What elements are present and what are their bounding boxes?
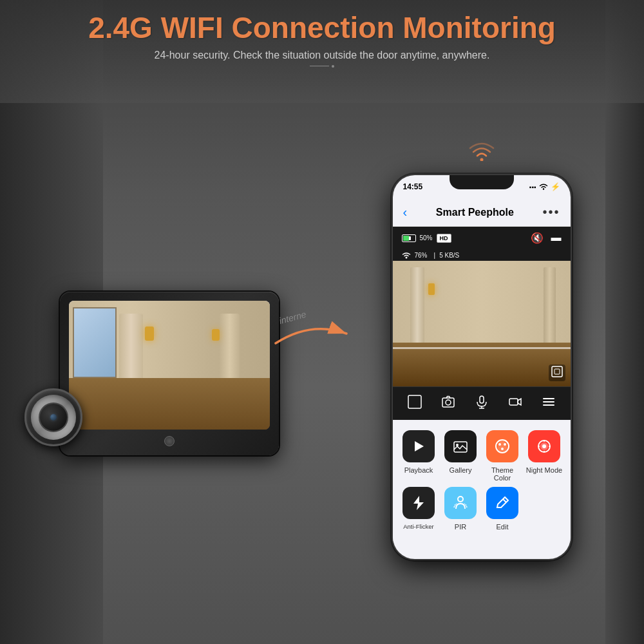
mic-btn[interactable]	[475, 395, 489, 412]
svg-rect-4	[552, 366, 562, 377]
toolbar-right: 🔇 ▬	[531, 232, 562, 244]
wifi-percent: 76%	[415, 252, 428, 259]
playback-label: Playback	[404, 466, 433, 474]
header-section: 2.4G WIFI Connection Monitoring 24-hour …	[0, 0, 644, 103]
app-title: Smart Peephole	[436, 207, 514, 218]
camera-feed-scene	[393, 261, 571, 386]
camera-lens-inner	[39, 402, 68, 432]
header-separator	[0, 65, 644, 68]
sub-title: 24-hour security. Check the situation ou…	[0, 50, 644, 61]
svg-point-1	[480, 158, 483, 162]
svg-marker-17	[415, 441, 424, 451]
device-bottom	[69, 436, 270, 446]
screen-icon[interactable]: ▬	[551, 232, 562, 244]
porch-lamp-right	[212, 329, 220, 341]
svg-point-8	[446, 400, 451, 405]
func-night-mode[interactable]: Night Mode	[526, 430, 563, 482]
feed-lamp	[428, 283, 435, 295]
back-button[interactable]: ‹	[403, 205, 408, 220]
device-body	[60, 292, 279, 455]
main-title: 2.4G WIFI Connection Monitoring	[0, 12, 644, 44]
data-speed-value: 5 KB/S	[439, 252, 459, 259]
svg-marker-31	[413, 496, 424, 510]
device-screen	[69, 301, 270, 430]
fullscreen-button[interactable]	[549, 365, 565, 381]
more-button[interactable]: •••	[542, 205, 560, 220]
svg-rect-9	[480, 396, 484, 403]
camera-lens-container	[24, 388, 82, 446]
lightning-icon	[410, 495, 427, 511]
pir-icon-btn	[444, 487, 477, 519]
svg-point-2	[542, 188, 544, 189]
phone-status-icons: ▪▪▪ ⚡	[529, 182, 560, 191]
device-container: interne	[60, 292, 305, 455]
func-anti-flicker[interactable]: Anti-Flicker	[401, 487, 437, 531]
data-speed: |	[434, 252, 436, 259]
func-gallery[interactable]: Gallery	[442, 430, 479, 482]
battery-indicator	[402, 234, 416, 242]
wifi-icon-large	[469, 142, 495, 161]
fullscreen-ctrl-btn[interactable]	[408, 395, 422, 412]
func-edit[interactable]: Edit	[484, 487, 521, 531]
svg-rect-7	[442, 398, 454, 407]
feed-railing	[393, 347, 571, 349]
porch-window	[73, 307, 117, 378]
person-icon	[452, 495, 469, 511]
battery-fill	[403, 236, 409, 241]
expand-icon	[408, 395, 422, 409]
porch-scene	[69, 301, 270, 430]
screenshot-btn[interactable]	[441, 395, 455, 412]
app-header: ‹ Smart Peephole •••	[393, 198, 571, 227]
func-pir[interactable]: PIR	[442, 487, 479, 531]
phone-notch	[450, 175, 514, 189]
gallery-icon	[453, 439, 468, 454]
svg-rect-5	[554, 369, 560, 374]
svg-point-3	[405, 257, 407, 259]
record-btn[interactable]	[508, 395, 522, 412]
camera-feed	[393, 261, 571, 386]
battery-percent: 50%	[420, 234, 433, 242]
playback-icon-btn	[402, 430, 435, 462]
anti-flicker-icon-btn	[402, 487, 435, 519]
app-controls	[393, 386, 571, 420]
device-button-main[interactable]	[164, 436, 175, 446]
content-area: interne	[0, 103, 644, 644]
pir-label: PIR	[455, 523, 466, 531]
pencil-icon	[494, 495, 511, 511]
phone-time: 14:55	[403, 182, 423, 191]
anti-flicker-label: Anti-Flicker	[403, 523, 434, 530]
porch-floor	[69, 378, 270, 430]
fullscreen-icon	[551, 366, 563, 377]
edit-icon-btn	[486, 487, 518, 519]
wifi-status-icon	[539, 182, 548, 191]
palette-icon	[494, 438, 511, 455]
toolbar-left: 50% HD	[402, 234, 451, 243]
camera-lens-dot	[50, 414, 57, 421]
sep-dot	[332, 65, 334, 68]
edit-label: Edit	[497, 523, 509, 531]
gallery-label: Gallery	[450, 466, 472, 474]
camera-lens-ring	[31, 395, 76, 440]
sep-line-left	[310, 66, 329, 67]
app-functions-row1: Playback Gallery	[393, 420, 571, 487]
menu-btn[interactable]	[542, 395, 556, 412]
svg-point-26	[542, 444, 546, 448]
svg-rect-6	[408, 395, 421, 408]
theme-color-icon-btn	[486, 430, 518, 462]
func-playback[interactable]: Playback	[401, 430, 437, 482]
moon-icon	[536, 438, 553, 455]
svg-marker-13	[518, 399, 521, 405]
svg-line-33	[503, 499, 506, 502]
theme-color-label: Theme Color	[484, 466, 521, 482]
func-empty	[526, 487, 563, 531]
camera-lens-outer	[24, 388, 82, 446]
battery-body	[402, 234, 416, 242]
mute-icon[interactable]: 🔇	[531, 232, 544, 244]
func-theme-color[interactable]: Theme Color	[484, 430, 521, 482]
video-icon	[508, 395, 522, 409]
svg-rect-12	[509, 399, 518, 405]
wifi-small-icon	[402, 251, 411, 259]
phone-body: 14:55 ▪▪▪ ⚡	[392, 174, 572, 560]
internet-arrow: interne	[272, 317, 350, 352]
svg-point-19	[456, 444, 459, 446]
